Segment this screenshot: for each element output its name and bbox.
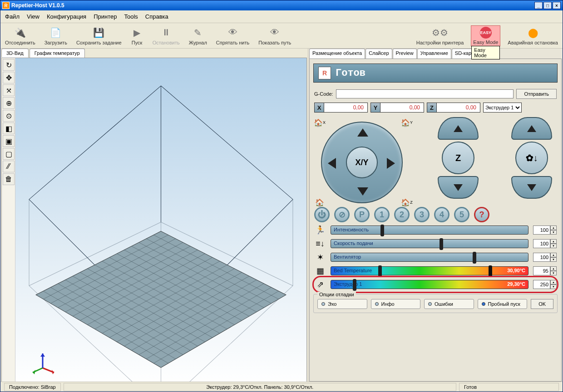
tab-slicer[interactable]: Слайсер [365, 49, 392, 59]
slider-bed-thumb[interactable] [378, 265, 382, 277]
slider-feedrate-value[interactable] [533, 239, 550, 248]
load-button[interactable]: 📄Загрузить [43, 25, 69, 46]
debug-errors[interactable]: Ошибки [424, 299, 474, 309]
slider-extruder-thumb[interactable] [353, 279, 356, 291]
menu-printer[interactable]: Принтер [94, 13, 117, 20]
gcode-send-button[interactable]: Отправить [516, 89, 557, 99]
xy-left-button[interactable] [328, 158, 336, 169]
home-z-icon[interactable]: 🏠Z [401, 197, 412, 208]
view-move-button[interactable]: ✥ [3, 72, 15, 83]
minimize-button[interactable]: _ [534, 2, 543, 9]
easy-mode-button[interactable]: EASYEasy ModeEasy Mode [471, 25, 500, 46]
quick-button-2[interactable]: P [354, 207, 370, 222]
gcode-input[interactable] [336, 89, 514, 98]
tab-3d-view[interactable]: 3D-Вид [1, 49, 29, 58]
estop-icon: ⬤ [527, 26, 539, 39]
menu-file[interactable]: Файл [5, 13, 20, 20]
journal-icon: ✎ [192, 26, 204, 39]
quick-button-1[interactable]: ⊘ [334, 207, 350, 222]
debug-dryrun[interactable]: Пробный пуск [478, 299, 528, 309]
menu-config[interactable]: Конфигурация [47, 13, 86, 20]
viewport-canvas[interactable] [15, 58, 306, 382]
extruder-select[interactable]: Экструдер 1 [483, 103, 522, 113]
extr-up-button[interactable] [511, 117, 552, 140]
disconnect-button[interactable]: 🔌Отсоединить [3, 25, 37, 46]
view-move-obj-button[interactable]: ⤧ [3, 84, 15, 96]
printer-cfg-icon: ⚙⚙ [434, 26, 446, 39]
quick-button-3[interactable]: 1 [374, 207, 390, 222]
estop-button[interactable]: ⬤Аварийная остановка [506, 25, 560, 46]
z-down-button[interactable] [438, 176, 479, 199]
quick-button-4[interactable]: 2 [394, 207, 410, 222]
view-zoom-fit-button[interactable]: ⊙ [3, 110, 15, 122]
slider-bed-value[interactable] [533, 266, 550, 275]
extr-center-button[interactable]: ✿↓ [515, 142, 548, 174]
slider-feedrate-up[interactable]: ▲ [550, 239, 557, 244]
menu-help[interactable]: Справка [145, 13, 168, 20]
slider-fan-up[interactable]: ▲ [550, 253, 557, 257]
show-path-button[interactable]: 👁Показать путь [257, 25, 293, 46]
save-job-button[interactable]: 💾Сохранить задание [74, 25, 123, 46]
view-iso-button[interactable]: ◧ [3, 122, 15, 134]
home-all-icon[interactable]: 🏠 [314, 197, 325, 208]
tab-temp-graph[interactable]: График температур [30, 49, 85, 58]
slider-fan-thumb[interactable] [473, 252, 476, 264]
status-text: Готов [336, 68, 365, 79]
slider-extruder-down[interactable]: ▼ [550, 284, 557, 289]
slider-intensity-thumb[interactable] [380, 225, 384, 236]
tab-control[interactable]: Управление [417, 49, 451, 59]
quick-button-5[interactable]: 3 [414, 207, 430, 222]
xy-down-button[interactable] [357, 187, 368, 196]
slider-feedrate-down[interactable]: ▼ [550, 244, 557, 248]
slider-bed-marker[interactable] [489, 265, 492, 277]
stop-button[interactable]: ⏸Остановить [151, 25, 182, 46]
quick-button-6[interactable]: 4 [434, 207, 449, 222]
slider-intensity-down[interactable]: ▼ [550, 230, 557, 235]
slider-intensity-track[interactable]: Интенсивность [331, 225, 528, 235]
start-button[interactable]: ▶Пуск [129, 25, 145, 46]
slider-feedrate-track[interactable]: Скорость подачи [331, 239, 528, 248]
slider-intensity-value[interactable] [533, 225, 550, 235]
journal-button[interactable]: ✎Журнал [187, 25, 209, 46]
right-tabs: Размещение объекта Слайсер Preview Управ… [308, 49, 563, 59]
tab-placement[interactable]: Размещение объекта [309, 49, 365, 59]
slider-fan-value[interactable] [533, 253, 550, 262]
debug-info[interactable]: Инфо [371, 299, 421, 309]
quick-button-0[interactable]: ⏻ [314, 207, 330, 222]
quick-button-7[interactable]: 5 [454, 207, 469, 222]
view-front-button[interactable]: ▣ [3, 135, 15, 147]
home-x-icon[interactable]: 🏠X [314, 117, 325, 128]
slider-extruder-up[interactable]: ▲ [550, 280, 557, 284]
tab-preview[interactable]: Preview [393, 49, 417, 59]
menu-tools[interactable]: Tools [124, 13, 138, 20]
view-refresh-button[interactable]: ↻ [3, 59, 15, 71]
xy-center-button[interactable]: X/Y [346, 147, 378, 178]
slider-extruder-value[interactable] [533, 280, 550, 289]
xy-right-button[interactable] [387, 158, 395, 169]
slider-extruder-track[interactable]: Экструдер 1 29,30°C [331, 280, 528, 289]
quick-button-8[interactable]: ? [474, 207, 489, 222]
slider-bed-up[interactable]: ▲ [550, 266, 557, 271]
home-y-icon[interactable]: 🏠Y [401, 117, 412, 128]
printer-cfg-button[interactable]: ⚙⚙Настройки принтера [415, 25, 466, 46]
maximize-button[interactable]: □ [543, 2, 552, 9]
slider-fan-down[interactable]: ▼ [550, 257, 557, 262]
view-top-button[interactable]: ▢ [3, 148, 15, 160]
z-up-button[interactable] [438, 117, 479, 140]
view-zoom-in-button[interactable]: ⊕ [3, 97, 15, 109]
slider-intensity-up[interactable]: ▲ [550, 225, 557, 230]
debug-echo[interactable]: Эхо [317, 299, 367, 309]
close-button[interactable]: × [553, 2, 561, 9]
slider-bed-down[interactable]: ▼ [550, 271, 557, 275]
slider-feedrate-thumb[interactable] [440, 238, 443, 250]
xy-up-button[interactable] [357, 128, 368, 137]
debug-ok-button[interactable]: OK [531, 299, 553, 309]
slider-fan-track[interactable]: Вентилятор [331, 253, 528, 262]
view-trash-button[interactable]: 🗑 [3, 173, 15, 185]
view-diag-button[interactable]: ⁄⁄ [3, 161, 15, 172]
extr-down-button[interactable] [511, 176, 552, 199]
z-center-button[interactable]: Z [442, 142, 474, 174]
hide-filament-button[interactable]: 👁Спрятать нить [214, 25, 251, 46]
menu-view[interactable]: View [27, 13, 40, 20]
slider-bed-track[interactable]: Bed Temperature 30,90°C [331, 266, 528, 275]
